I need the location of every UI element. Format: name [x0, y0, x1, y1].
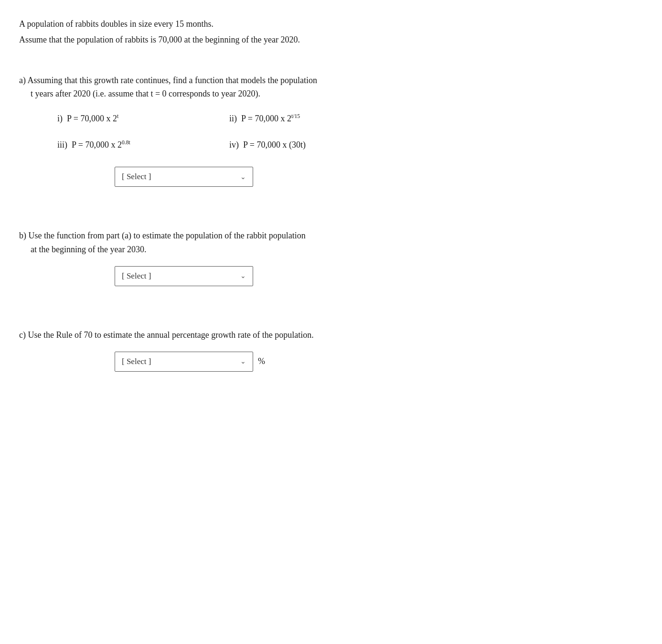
options-grid: i) P = 70,000 x 2t ii) P = 70,000 x 2t/1…	[57, 112, 401, 151]
intro-line1: A population of rabbits doubles in size …	[19, 17, 643, 31]
intro-line2: Assume that the population of rabbits is…	[19, 33, 643, 47]
percent-label: %	[258, 356, 265, 366]
question-a-block: a) Assuming that this growth rate contin…	[19, 74, 643, 187]
question-c-label: c) Use the Rule of 70 to estimate the an…	[19, 328, 643, 342]
question-b-dropdown-label: [ Select ]	[122, 271, 151, 281]
chevron-down-icon: ⌄	[240, 173, 246, 181]
question-c-dropdown-label: [ Select ]	[122, 357, 151, 366]
option-i: i) P = 70,000 x 2t	[57, 112, 229, 125]
question-b-dropdown[interactable]: [ Select ] ⌄	[115, 266, 253, 286]
question-c-block: c) Use the Rule of 70 to estimate the an…	[19, 328, 643, 372]
chevron-down-icon: ⌄	[240, 357, 246, 365]
option-iv: iv) P = 70,000 x (30t)	[229, 139, 401, 151]
question-c-select-row: [ Select ] ⌄ %	[115, 352, 643, 372]
question-b-block: b) Use the function from part (a) to est…	[19, 229, 643, 286]
option-ii: ii) P = 70,000 x 2t/15	[229, 112, 401, 125]
option-iii: iii) P = 70,000 x 20.8t	[57, 139, 229, 151]
intro-block: A population of rabbits doubles in size …	[19, 17, 643, 47]
question-b-select-row: [ Select ] ⌄	[115, 266, 643, 286]
question-c-dropdown[interactable]: [ Select ] ⌄	[115, 352, 253, 372]
question-a-select-row: [ Select ] ⌄	[115, 167, 643, 187]
chevron-down-icon: ⌄	[240, 272, 246, 280]
question-a-dropdown[interactable]: [ Select ] ⌄	[115, 167, 253, 187]
question-a-label: a) Assuming that this growth rate contin…	[19, 74, 643, 101]
question-b-label: b) Use the function from part (a) to est…	[19, 229, 643, 257]
question-a-dropdown-label: [ Select ]	[122, 172, 151, 182]
